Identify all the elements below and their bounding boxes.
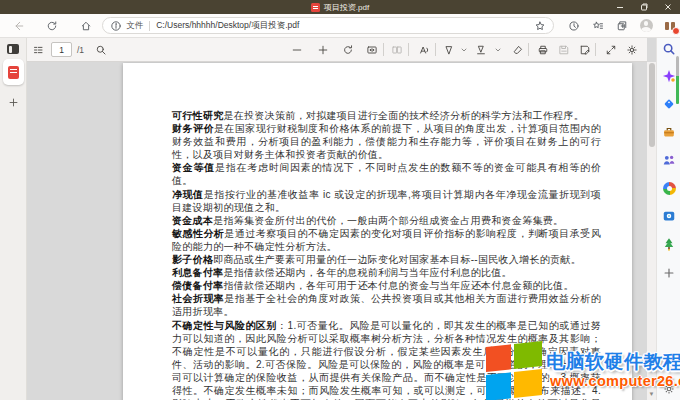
sidebar-add-icon[interactable] bbox=[662, 266, 676, 280]
pdf-file-icon bbox=[311, 3, 320, 12]
document-paragraph: 资金等值是指在考虑时间因素的情况下，不同时点发生的数额不等的资金可能具有相等的价… bbox=[172, 161, 601, 187]
document-paragraph: 可行性研究是在投资决策前，对拟建项目进行全面的技术经济分析的科学方法和工作程序。 bbox=[172, 109, 601, 122]
history-icon[interactable] bbox=[564, 16, 584, 36]
pdf-viewport[interactable]: 可行性研究是在投资决策前，对拟建项目进行全面的技术经济分析的科学方法和工作程序。… bbox=[27, 62, 647, 400]
address-divider bbox=[149, 21, 150, 31]
minimize-button[interactable] bbox=[608, 0, 632, 14]
zoom-in-icon[interactable] bbox=[315, 42, 331, 58]
sidebar-search-icon[interactable] bbox=[662, 42, 676, 56]
add-favorite-icon[interactable] bbox=[534, 20, 546, 32]
tab-title: 项目投资.pdf bbox=[324, 2, 369, 13]
sidebar-scroll-indicator bbox=[676, 56, 679, 104]
pdf-settings-icon[interactable] bbox=[624, 42, 640, 58]
profile-avatar[interactable] bbox=[636, 16, 656, 36]
erase-icon[interactable] bbox=[510, 42, 526, 58]
browser-window: 项目投资.pdf 文件 C:/Users/hhhhh/Desktop/项目投资.… bbox=[0, 0, 680, 400]
address-bar[interactable]: 文件 C:/Users/hhhhh/Desktop/项目投资.pdf bbox=[102, 17, 554, 34]
sidebar-games-icon[interactable] bbox=[662, 181, 676, 195]
refresh-icon[interactable] bbox=[41, 16, 62, 36]
pdf-tab-icon bbox=[8, 66, 19, 79]
scroll-down-icon[interactable]: ▼ bbox=[648, 391, 655, 397]
save-as-icon[interactable] bbox=[577, 42, 593, 58]
back-icon[interactable] bbox=[8, 16, 29, 36]
read-aloud-icon[interactable] bbox=[416, 42, 432, 58]
home-icon[interactable] bbox=[75, 16, 96, 36]
zoom-out-icon[interactable] bbox=[289, 42, 305, 58]
document-paragraph: 利息备付率是指借款偿还期内，各年的息税前利润与当年应付利息的比值。 bbox=[172, 266, 601, 279]
browser-tab[interactable]: 项目投资.pdf bbox=[311, 2, 369, 13]
document-paragraph: 不确定性与风险的区别：1.可否量化。风险是可以量化的，即其发生的概率是已知的或通… bbox=[172, 319, 601, 400]
url-text[interactable]: C:/Users/hhhhh/Desktop/项目投资.pdf bbox=[156, 20, 530, 32]
extension-icon[interactable] bbox=[660, 16, 680, 36]
pdf-scrollbar[interactable]: ▼ bbox=[647, 62, 656, 400]
collections-icon[interactable] bbox=[612, 16, 632, 36]
search-document-icon[interactable] bbox=[93, 42, 109, 58]
tab-actions-icon[interactable] bbox=[7, 44, 19, 54]
document-paragraph: 财务评价是在国家现行财税制度和价格体系的前提下，从项目的角度出发，计算项目范围内… bbox=[172, 122, 601, 161]
print-icon[interactable] bbox=[535, 42, 551, 58]
edge-sidebar bbox=[656, 38, 680, 400]
info-icon[interactable] bbox=[110, 20, 122, 32]
active-pdf-tab[interactable] bbox=[3, 59, 24, 85]
highlight-icon[interactable] bbox=[473, 42, 489, 58]
pdf-page: 可行性研究是在投资决策前，对拟建项目进行全面的技术经济分析的科学方法和工作程序。… bbox=[123, 63, 632, 400]
page-view-icon[interactable] bbox=[389, 42, 405, 58]
close-button[interactable] bbox=[656, 0, 680, 14]
page-total-label: /1 bbox=[77, 45, 84, 55]
document-paragraph: 偿债备付率指借款偿还期内，各年可用于还本付息的资金与当年应还本付息金额的比值。 bbox=[172, 279, 601, 292]
url-scheme-label: 文件 bbox=[126, 20, 143, 32]
fullscreen-icon[interactable] bbox=[603, 42, 619, 58]
restore-button[interactable] bbox=[632, 0, 656, 14]
pdf-scrollbar-thumb[interactable] bbox=[649, 63, 655, 147]
sidebar-settings-icon[interactable] bbox=[662, 382, 676, 396]
document-paragraph: 社会折现率是指基于全社会的角度对政策、公共投资项目或其他相关方面进行费用效益分析… bbox=[172, 292, 601, 318]
titlebar: 项目投资.pdf bbox=[0, 0, 680, 14]
sidebar-copilot-icon[interactable] bbox=[662, 69, 676, 83]
draw-icon[interactable] bbox=[441, 42, 457, 58]
draw-chevron-icon[interactable] bbox=[456, 42, 472, 58]
address-toolbar: 文件 C:/Users/hhhhh/Desktop/项目投资.pdf bbox=[0, 14, 680, 38]
toc-icon[interactable] bbox=[31, 42, 47, 58]
document-paragraph: 资金成本是指筹集资金所付出的代价，一般由两个部分组成资金占用费和资金筹集费。 bbox=[172, 214, 601, 227]
document-paragraph: 敏感性分析是通过考察项目的不确定因素的变化对项目评价指标的影响程度，判断项目承受… bbox=[172, 227, 601, 253]
fit-to-width-icon[interactable] bbox=[364, 42, 380, 58]
page-number-input[interactable] bbox=[51, 42, 72, 57]
document-paragraph: 净现值是指按行业的基准收益率 ic 或设定的折现率,将项目计算期内各年净现金流量… bbox=[172, 188, 601, 214]
sidebar-tools-icon[interactable] bbox=[662, 125, 676, 139]
vertical-tabs-strip bbox=[0, 38, 27, 400]
sidebar-people-icon[interactable] bbox=[662, 153, 676, 167]
document-paragraphs: 可行性研究是在投资决策前，对拟建项目进行全面的技术经济分析的科学方法和工作程序。… bbox=[172, 109, 601, 400]
sidebar-tree-icon[interactable] bbox=[662, 237, 676, 251]
save-icon[interactable] bbox=[556, 42, 572, 58]
highlight-chevron-icon[interactable] bbox=[490, 42, 506, 58]
new-tab-button[interactable] bbox=[7, 96, 20, 109]
sidebar-image-creator-icon[interactable] bbox=[662, 209, 676, 223]
pdf-toolbar: /1 bbox=[27, 38, 647, 62]
rotate-icon[interactable] bbox=[340, 42, 356, 58]
favorites-icon[interactable] bbox=[588, 16, 608, 36]
notification-badge bbox=[672, 27, 680, 35]
sidebar-shopping-icon[interactable] bbox=[662, 97, 676, 111]
document-paragraph: 影子价格即商品或生产要素可用量的任一边际变化对国家基本目标--国民收入增长的贡献… bbox=[172, 253, 601, 266]
